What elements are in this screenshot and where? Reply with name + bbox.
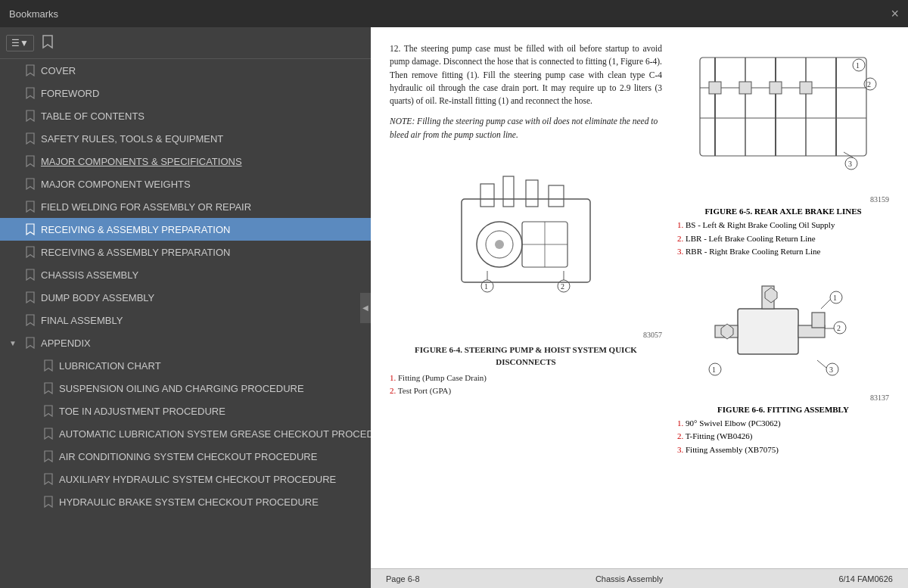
svg-text:1: 1 <box>856 61 860 70</box>
figure-6-6: 1 2 3 1 83137 <box>677 271 889 457</box>
bookmark-item-air-cond[interactable]: AIR CONDITIONING SYSTEM CHECKOUT PROCEDU… <box>0 445 371 468</box>
bookmark-label-receiving2: RECEIVING & ASSEMBLY PREPARATION <box>41 247 365 258</box>
figure-6-4-diagram: 1 2 <box>439 154 613 328</box>
bookmark-label-toe-in: TOE IN ADJUSTMENT PROCEDURE <box>59 406 365 417</box>
bookmarks-header: Bookmarks × <box>0 0 908 27</box>
pdf-footer: Page 6-8 Chassis Assembly 6/14 FAM0626 <box>371 568 908 588</box>
svg-rect-3 <box>526 180 538 207</box>
svg-text:3: 3 <box>829 366 833 374</box>
bookmark-icon-major-weights <box>24 178 36 190</box>
pdf-note: NOTE: Filling the steering pump case wit… <box>390 115 662 142</box>
bookmark-label-final-assembly: FINAL ASSEMBLY <box>41 315 365 326</box>
footer-ref: 6/14 FAM0626 <box>838 574 893 583</box>
svg-line-45 <box>821 300 830 309</box>
bookmark-item-suspension[interactable]: SUSPENSION OILING AND CHARGING PROCEDURE <box>0 377 371 400</box>
bookmark-item-receiving2[interactable]: RECEIVING & ASSEMBLY PREPARATION <box>0 241 371 263</box>
svg-line-51 <box>817 360 826 368</box>
bookmark-item-receiving[interactable]: RECEIVING & ASSEMBLY PREPARATION <box>0 218 371 241</box>
footer-page: Page 6-8 <box>386 574 420 583</box>
bookmark-item-safety[interactable]: SAFETY RULES, TOOLS & EQUIPMENT <box>0 127 371 150</box>
svg-rect-4 <box>549 185 564 207</box>
figure-6-4-number: 83057 <box>390 329 662 341</box>
bookmark-item-toc[interactable]: TABLE OF CONTENTS <box>0 104 371 127</box>
bookmark-label-major-weights: MAJOR COMPONENT WEIGHTS <box>41 179 365 190</box>
bookmark-item-aux-hydraulic[interactable]: AUXILIARY HYDRAULIC SYSTEM CHECKOUT PROC… <box>0 468 371 490</box>
bookmark-icon-toe-in <box>42 405 54 417</box>
bookmark-icon <box>41 34 54 49</box>
bookmark-label-auto-lube: AUTOMATIC LUBRICATION SYSTEM GREASE CHEC… <box>59 428 371 440</box>
svg-rect-40 <box>812 313 825 328</box>
bookmark-icon-auto-lube <box>42 428 54 440</box>
bookmark-label-receiving: RECEIVING & ASSEMBLY PREPARATION <box>41 224 365 235</box>
figure-6-5: 1 2 3 83159 FIGURE 6-5. REAR AXLE BRAKE … <box>677 42 889 259</box>
bookmark-item-foreword[interactable]: FOREWORD <box>0 82 371 104</box>
view-options-button[interactable]: ☰▼ <box>6 35 34 51</box>
fig-6-6-item-2: 2. T-Fitting (WB0426) <box>677 430 889 443</box>
svg-rect-17 <box>700 58 866 156</box>
figure-6-5-caption: FIGURE 6-5. REAR AXLE BRAKE LINES <box>677 207 889 216</box>
svg-text:1: 1 <box>833 294 837 302</box>
fig-6-6-item-1: 1. 90° Swivel Elbow (PC3062) <box>677 417 889 431</box>
svg-text:1: 1 <box>712 366 716 374</box>
svg-text:2: 2 <box>561 282 564 291</box>
svg-rect-26 <box>739 82 751 94</box>
svg-rect-27 <box>770 82 782 94</box>
pdf-text-column: 12. The steering pump case must be fille… <box>390 42 662 469</box>
bookmark-item-appendix[interactable]: APPENDIX <box>0 331 371 354</box>
figure-6-4-caption: FIGURE 6-4. STEERING PUMP & HOIST SYSTEM… <box>390 344 662 369</box>
svg-rect-0 <box>462 199 590 282</box>
bookmark-item-major-weights[interactable]: MAJOR COMPONENT WEIGHTS <box>0 173 371 195</box>
bookmark-item-chassis[interactable]: CHASSIS ASSEMBLY <box>0 263 371 286</box>
svg-rect-28 <box>800 82 812 94</box>
figure-6-4: 1 2 83057 FIGURE 6-4. STEERING PUMP & HO… <box>390 154 662 398</box>
bookmark-item-auto-lube[interactable]: AUTOMATIC LUBRICATION SYSTEM GREASE CHEC… <box>0 422 371 445</box>
pdf-area: 12. The steering pump case must be fille… <box>371 27 908 588</box>
bookmark-label-chassis: CHASSIS ASSEMBLY <box>41 269 365 281</box>
bookmark-icon-hydraulic-brake <box>42 496 54 508</box>
figure-6-6-diagram: 1 2 3 1 <box>707 271 859 392</box>
fig-6-5-item-1: 1. BS - Left & Right Brake Cooling Oil S… <box>677 219 889 232</box>
bookmark-icon-air-cond <box>42 450 54 462</box>
bookmark-list: COVERFOREWORDTABLE OF CONTENTSSAFETY RUL… <box>0 59 371 588</box>
fig-6-4-item-1: 1. Fitting (Pump Case Drain) <box>390 372 662 385</box>
figure-6-6-items: 1. 90° Swivel Elbow (PC3062) 2. T-Fittin… <box>677 417 889 457</box>
pdf-page: 12. The steering pump case must be fille… <box>371 27 908 568</box>
pdf-paragraph-12: 12. The steering pump case must be fille… <box>390 42 662 107</box>
figure-6-5-items: 1. BS - Left & Right Brake Cooling Oil S… <box>677 219 889 259</box>
bookmark-item-cover[interactable]: COVER <box>0 59 371 82</box>
bookmark-item-hydraulic-brake[interactable]: HYDRAULIC BRAKE SYSTEM CHECKOUT PROCEDUR… <box>0 490 371 513</box>
sidebar-collapse-handle[interactable]: ◀ <box>360 293 371 323</box>
bookmark-icon-chassis <box>24 269 36 281</box>
figure-6-6-caption: FIGURE 6-6. FITTING ASSEMBLY <box>677 405 889 414</box>
bookmark-icon-suspension <box>42 382 54 394</box>
bookmark-item-field-welding[interactable]: FIELD WELDING FOR ASSEMBLY OR REPAIR <box>0 195 371 218</box>
bookmark-item-dump-body[interactable]: DUMP BODY ASSEMBLY <box>0 286 371 309</box>
bookmark-icon-dump-body <box>24 291 36 303</box>
view-options-icon: ☰▼ <box>11 38 29 48</box>
svg-text:2: 2 <box>837 324 841 332</box>
bookmark-icon-aux-hydraulic <box>42 473 54 485</box>
bookmark-item-final-assembly[interactable]: FINAL ASSEMBLY <box>0 309 371 331</box>
pdf-content: 12. The steering pump case must be fille… <box>390 42 889 469</box>
fig-6-6-item-3: 3. Fitting Assembly (XB7075) <box>677 443 889 457</box>
svg-rect-25 <box>709 82 721 94</box>
bookmark-label-lube-chart: LUBRICATION CHART <box>59 360 365 372</box>
svg-point-7 <box>495 240 504 249</box>
svg-rect-2 <box>503 176 514 207</box>
bookmarks-panel: ☰▼ COVERFOREWORDTABLE OF CONTENTSSAFETY … <box>0 27 371 588</box>
bookmark-label-aux-hydraulic: AUXILIARY HYDRAULIC SYSTEM CHECKOUT PROC… <box>59 474 365 485</box>
bookmark-icon-receiving <box>24 223 36 235</box>
bookmark-label-field-welding: FIELD WELDING FOR ASSEMBLY OR REPAIR <box>41 201 365 213</box>
bookmark-icon-button[interactable] <box>39 32 57 54</box>
close-icon[interactable]: × <box>891 6 899 22</box>
fig-6-4-item-2: 2. Test Port (GPA) <box>390 384 662 398</box>
bookmark-icon-appendix <box>24 337 36 349</box>
bookmark-item-toe-in[interactable]: TOE IN ADJUSTMENT PROCEDURE <box>0 400 371 422</box>
bookmark-label-major-comp: MAJOR COMPONENTS & SPECIFICATIONS <box>41 156 365 167</box>
svg-text:2: 2 <box>867 80 871 89</box>
bookmark-item-lube-chart[interactable]: LUBRICATION CHART <box>0 354 371 377</box>
bookmark-item-major-comp[interactable]: MAJOR COMPONENTS & SPECIFICATIONS <box>0 150 371 173</box>
bookmark-label-air-cond: AIR CONDITIONING SYSTEM CHECKOUT PROCEDU… <box>59 451 365 462</box>
bookmark-label-dump-body: DUMP BODY ASSEMBLY <box>41 292 365 303</box>
figure-6-5-diagram: 1 2 3 <box>685 42 882 194</box>
